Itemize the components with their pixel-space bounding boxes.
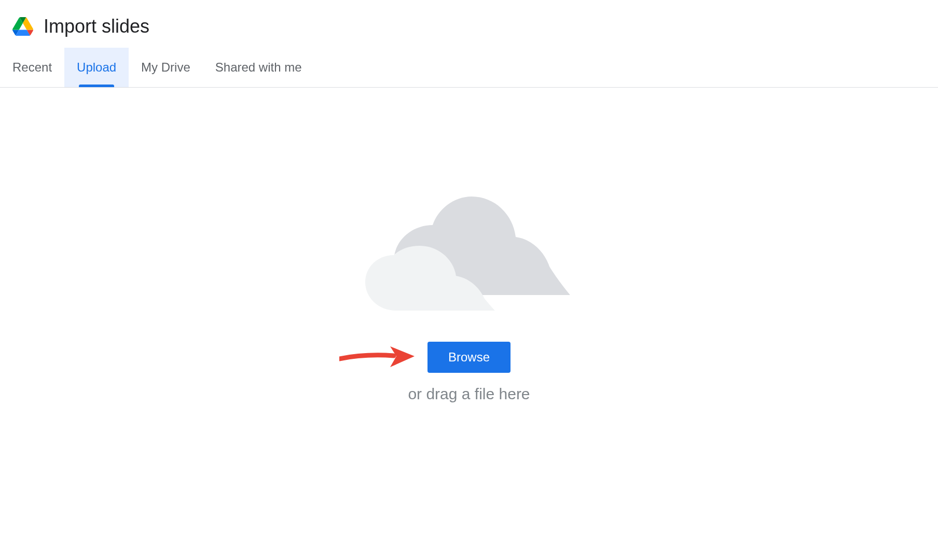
cloud-illustration xyxy=(365,197,573,311)
dialog-title: Import slides xyxy=(44,16,149,37)
upload-dropzone[interactable]: Browse or drag a file here xyxy=(0,88,938,549)
source-tabs: Recent Upload My Drive Shared with me xyxy=(0,48,938,88)
tab-shared-with-me[interactable]: Shared with me xyxy=(203,48,314,87)
browse-container: Browse xyxy=(427,342,511,373)
browse-button[interactable]: Browse xyxy=(427,342,511,373)
cloud-front-icon xyxy=(365,246,495,311)
tab-recent[interactable]: Recent xyxy=(0,48,64,87)
drive-logo-icon xyxy=(12,17,33,36)
tab-my-drive[interactable]: My Drive xyxy=(129,48,203,87)
dialog-header: Import slides xyxy=(0,0,938,48)
annotation-arrow-icon xyxy=(339,344,417,370)
drag-hint-text: or drag a file here xyxy=(408,385,530,403)
tab-upload[interactable]: Upload xyxy=(64,48,129,87)
